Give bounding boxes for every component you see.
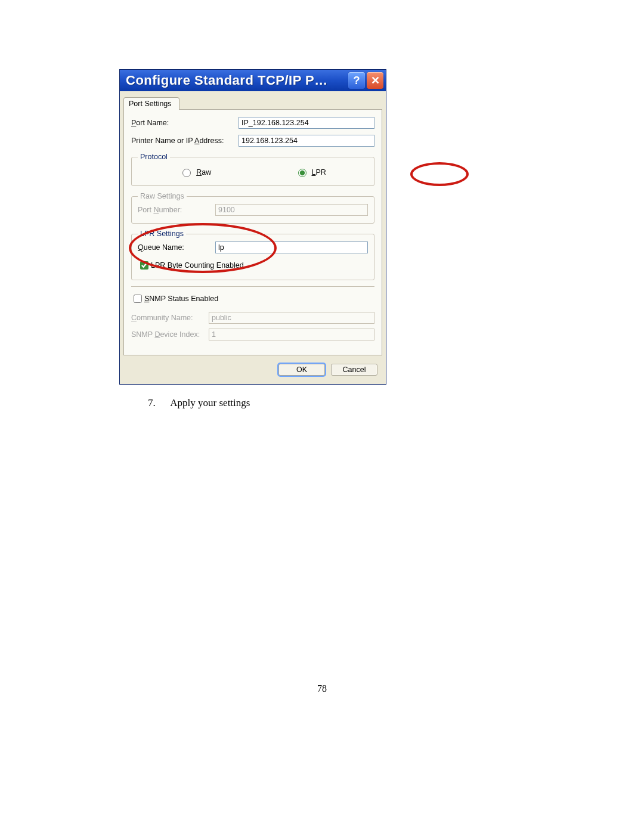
lpr-bytecount-checkbox[interactable]: LPR Byte Counting Enabled <box>138 258 368 274</box>
instruction-text: Apply your settings <box>170 397 250 408</box>
instruction-step: 7. Apply your settings <box>148 397 250 409</box>
snmp-community-input <box>209 312 374 324</box>
close-button[interactable]: ✕ <box>367 72 383 89</box>
help-icon: ? <box>354 75 360 87</box>
page-number: 78 <box>0 683 644 694</box>
protocol-raw-radio[interactable]: Raw <box>179 167 211 177</box>
protocol-lpr-radio[interactable]: LPR <box>295 167 326 177</box>
annotation-circle-lpr <box>410 162 469 186</box>
ok-button[interactable]: OK <box>278 364 325 376</box>
cancel-button[interactable]: Cancel <box>331 364 377 376</box>
raw-settings-group: Raw Settings Port Number: <box>131 192 374 224</box>
snmp-status-checkbox[interactable]: SNMP Status Enabled <box>131 292 374 307</box>
tab-port-settings[interactable]: Port Settings <box>123 97 179 110</box>
snmp-index-input <box>209 329 374 340</box>
dialog-title: Configure Standard TCP/IP P… <box>126 73 348 88</box>
tcpip-port-dialog: Configure Standard TCP/IP P… ? ✕ Port Se… <box>119 69 386 385</box>
close-icon: ✕ <box>371 74 380 87</box>
protocol-legend: Protocol <box>138 153 170 161</box>
lpr-queue-label: Queue Name: <box>138 243 215 252</box>
raw-port-label: Port Number: <box>138 206 215 214</box>
port-name-input[interactable] <box>239 117 374 129</box>
raw-settings-legend: Raw Settings <box>138 192 187 200</box>
snmp-group: SNMP Status Enabled Community Name: SNMP… <box>131 286 374 340</box>
snmp-community-label: Community Name: <box>131 314 209 322</box>
printer-address-input[interactable] <box>239 135 374 147</box>
lpr-queue-input[interactable] <box>215 241 368 253</box>
lpr-settings-legend: LPR Settings <box>138 230 186 238</box>
port-name-label: Port Name: <box>131 119 239 127</box>
printer-address-label: Printer Name or IP Address: <box>131 137 239 145</box>
lpr-settings-group: LPR Settings Queue Name: LPR Byte Counti… <box>131 230 374 280</box>
protocol-group: Protocol Raw LPR <box>131 153 374 186</box>
port-settings-panel: Port Name: Printer Name or IP Address: P… <box>123 109 382 355</box>
titlebar[interactable]: Configure Standard TCP/IP P… ? ✕ <box>120 70 386 91</box>
raw-port-input <box>215 204 368 216</box>
instruction-number: 7. <box>148 397 168 409</box>
help-button[interactable]: ? <box>348 72 365 89</box>
snmp-index-label: SNMP Device Index: <box>131 330 209 339</box>
